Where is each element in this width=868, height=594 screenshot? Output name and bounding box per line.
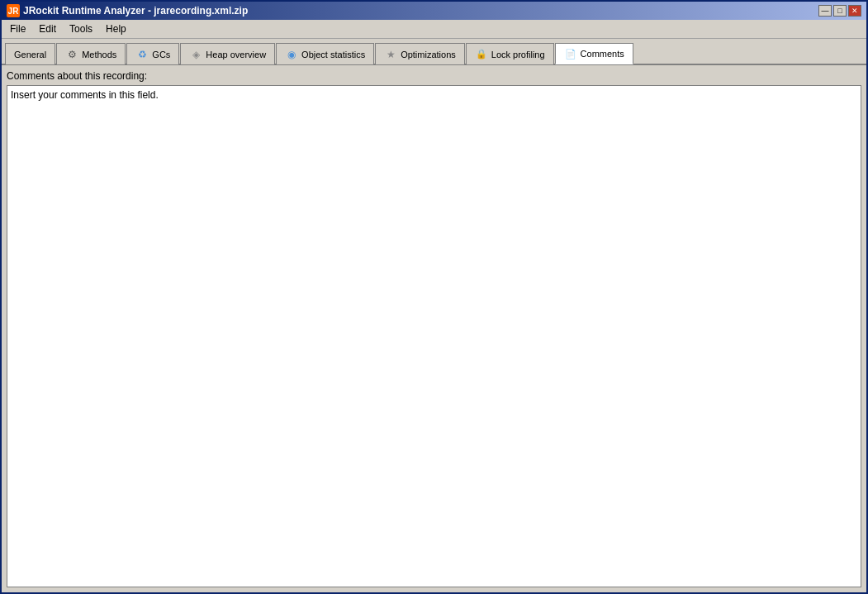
gc-icon <box>135 48 149 61</box>
tab-comments-label: Comments <box>581 49 624 59</box>
main-window: JR JRockit Runtime Analyzer - jrarecordi… <box>0 0 868 594</box>
tab-methods-label: Methods <box>82 50 116 59</box>
menu-file[interactable]: File <box>5 21 31 36</box>
app-icon-text: JR <box>8 7 19 16</box>
objstats-icon <box>285 48 298 61</box>
tab-heap-label: Heap overview <box>206 50 266 59</box>
heap-icon <box>189 48 202 61</box>
tab-gcs-label: GCs <box>152 50 170 59</box>
comments-textarea[interactable]: Insert your comments in this field. <box>7 85 861 587</box>
tab-lock-profiling[interactable]: Lock profiling <box>466 43 554 64</box>
tab-objstats-label: Object statistics <box>301 50 365 59</box>
tab-general[interactable]: General <box>5 43 55 64</box>
comments-icon <box>564 47 577 60</box>
menu-tools[interactable]: Tools <box>64 21 97 36</box>
tab-methods[interactable]: Methods <box>56 43 126 64</box>
window-controls: — □ ✕ <box>818 5 861 17</box>
menu-bar: File Edit Tools Help <box>2 20 866 39</box>
minimize-button[interactable]: — <box>818 5 832 17</box>
comments-label: Comments about this recording: <box>7 70 861 82</box>
tab-optimizations[interactable]: Optimizations <box>375 43 465 64</box>
window-title: JRockit Runtime Analyzer - jrarecording.… <box>23 5 248 17</box>
opts-icon <box>384 48 397 61</box>
tab-lock-label: Lock profiling <box>491 50 545 59</box>
menu-edit[interactable]: Edit <box>34 21 61 36</box>
methods-icon <box>65 48 78 61</box>
tab-heap-overview[interactable]: Heap overview <box>180 43 275 64</box>
app-icon: JR <box>7 4 20 17</box>
tab-gcs[interactable]: GCs <box>126 43 179 64</box>
menu-help[interactable]: Help <box>101 21 131 36</box>
tab-comments[interactable]: Comments <box>555 43 633 64</box>
tab-general-label: General <box>14 50 46 59</box>
tab-object-statistics[interactable]: Object statistics <box>276 43 374 64</box>
title-bar: JR JRockit Runtime Analyzer - jrarecordi… <box>2 2 866 20</box>
tab-opts-label: Optimizations <box>401 50 456 59</box>
maximize-button[interactable]: □ <box>833 5 847 17</box>
lock-icon <box>475 48 488 61</box>
title-bar-left: JR JRockit Runtime Analyzer - jrarecordi… <box>7 4 248 17</box>
close-button[interactable]: ✕ <box>848 5 861 17</box>
content-area: Comments about this recording: Insert yo… <box>2 65 866 592</box>
tabs-bar: General Methods GCs Heap overview Object… <box>2 39 866 65</box>
